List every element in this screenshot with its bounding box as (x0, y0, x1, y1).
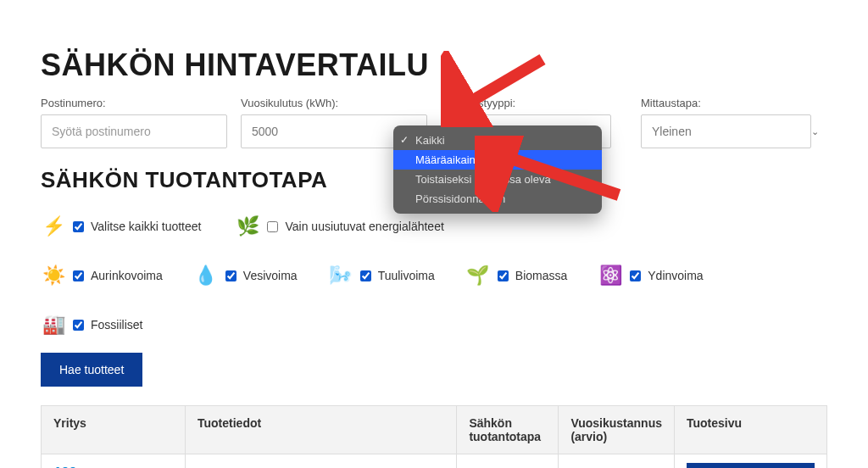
dropdown-item-label: Kaikki (415, 134, 445, 147)
th-tuotesivu: Tuotesivu (675, 406, 827, 454)
checkbox-fossiili[interactable] (73, 320, 84, 331)
dropdown-item-label: Määräaikainen (415, 153, 487, 166)
atom-icon: ⚛️ (598, 263, 623, 288)
energy-all: ⚡ Valitse kaikki tuotteet (41, 214, 201, 239)
th-kustannus: Vuosikustannus (arvio) (559, 406, 675, 454)
energy-vesi: 💧 Vesivoima (193, 263, 298, 288)
checkbox-tuuli[interactable] (360, 270, 371, 281)
goto-product-button[interactable]: Siirry tuotesivulle (687, 463, 815, 468)
cell-cost: 255.80 EUR (559, 454, 675, 469)
cell-company: 100 esse elektro-kraft Esse Elektro-Kraf… (42, 454, 186, 469)
energy-renewable-label: Vain uusiutuvat energialähteet (285, 220, 443, 233)
cell-product: Spot energiavarasto/Spot ellager Pörssis… (186, 454, 457, 469)
leaf-icon: 🌿 (235, 214, 260, 239)
cell-production: 💧 100% (457, 454, 559, 469)
mittaustapa-select[interactable] (641, 114, 811, 148)
energy-label: Ydinvoima (648, 269, 703, 282)
dropdown-item-label: Pörssisidonnainen (415, 192, 505, 205)
energy-renewable: 🌿 Vain uusiutuvat energialähteet (235, 214, 443, 239)
sopimustyyppi-label: Sopimustyyppi: (441, 97, 627, 109)
checkbox-ydin[interactable] (630, 270, 641, 281)
sun-icon: ☀️ (41, 263, 66, 288)
energy-fossiili: 🏭 Fossiiliset (41, 312, 142, 337)
postinumero-label: Postinumero: (41, 97, 227, 109)
energy-label: Vesivoima (243, 269, 298, 282)
checkbox-aurinko[interactable] (73, 270, 84, 281)
checkbox-bio[interactable] (498, 270, 509, 281)
checkbox-vesi[interactable] (225, 270, 236, 281)
checkbox-renewable[interactable] (267, 221, 278, 232)
wind-icon: 🌬️ (328, 263, 353, 288)
check-icon: ✓ (400, 134, 409, 146)
energy-tuuli: 🌬️ Tuulivoima (328, 263, 435, 288)
bolt-icon: ⚡ (41, 214, 66, 239)
postinumero-input[interactable] (41, 114, 227, 148)
filter-postinumero: Postinumero: (41, 97, 227, 148)
factory-icon: 🏭 (41, 312, 66, 337)
th-tuotetiedot: Tuotetiedot (186, 406, 457, 454)
energy-all-label: Valitse kaikki tuotteet (91, 220, 201, 233)
chevron-down-icon: ⌄ (811, 126, 819, 137)
energy-label: Aurinkovoima (91, 269, 163, 282)
dropdown-item-toistaiseksi[interactable]: Toistaiseksi voimassa oleva (393, 170, 602, 189)
search-button[interactable]: Hae tuotteet (41, 353, 142, 387)
th-yritys: Yritys (42, 406, 186, 454)
dropdown-item-porssi[interactable]: Pörssisidonnainen (393, 189, 602, 209)
table-row: 100 esse elektro-kraft Esse Elektro-Kraf… (42, 454, 827, 469)
dropdown-item-maaraaikainen[interactable]: Määräaikainen (393, 150, 602, 170)
th-tuotantotapa: Sähkön tuotantotapa (457, 406, 559, 454)
filter-mittaustapa: Mittaustapa: ⌄ (641, 97, 827, 148)
energy-ydin: ⚛️ Ydinvoima (598, 263, 703, 288)
water-icon: 💧 (193, 263, 219, 288)
energy-bio: 🌱 Biomassa (465, 263, 567, 288)
results-table: Yritys Tuotetiedot Sähkön tuotantotapa V… (41, 405, 827, 468)
page-title: SÄHKÖN HINTAVERTAILU (41, 0, 827, 97)
vuosikulutus-label: Vuosikulutus (kWh): (241, 97, 427, 109)
checkbox-all[interactable] (73, 221, 84, 232)
cell-goto: Siirry tuotesivulle (675, 454, 827, 469)
energy-aurinko: ☀️ Aurinkovoima (41, 263, 163, 288)
energy-label: Fossiiliset (91, 318, 142, 332)
energy-types-row2: ☀️ Aurinkovoima 💧 Vesivoima 🌬️ Tuulivoim… (41, 254, 827, 337)
company-logo: 100 (53, 465, 173, 469)
dropdown-item-kaikki[interactable]: ✓ Kaikki (393, 131, 602, 150)
energy-label: Biomassa (515, 269, 567, 282)
energy-label: Tuulivoima (378, 269, 435, 282)
sopimustyyppi-dropdown[interactable]: ✓ Kaikki Määräaikainen Toistaiseksi voim… (393, 125, 602, 214)
mittaustapa-label: Mittaustapa: (641, 97, 827, 109)
plant-icon: 🌱 (465, 263, 491, 288)
dropdown-item-label: Toistaiseksi voimassa oleva (415, 173, 551, 186)
